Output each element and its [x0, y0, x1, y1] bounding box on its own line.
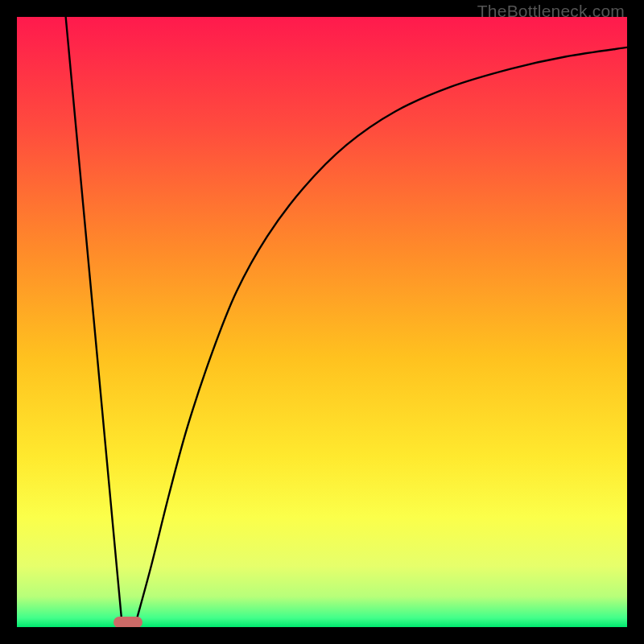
right-curve [136, 47, 627, 622]
plot-area [17, 17, 627, 627]
curve-layer [17, 17, 627, 627]
left-line [66, 17, 122, 622]
chart-frame: TheBottleneck.com [0, 0, 644, 644]
bottleneck-marker [114, 617, 142, 627]
